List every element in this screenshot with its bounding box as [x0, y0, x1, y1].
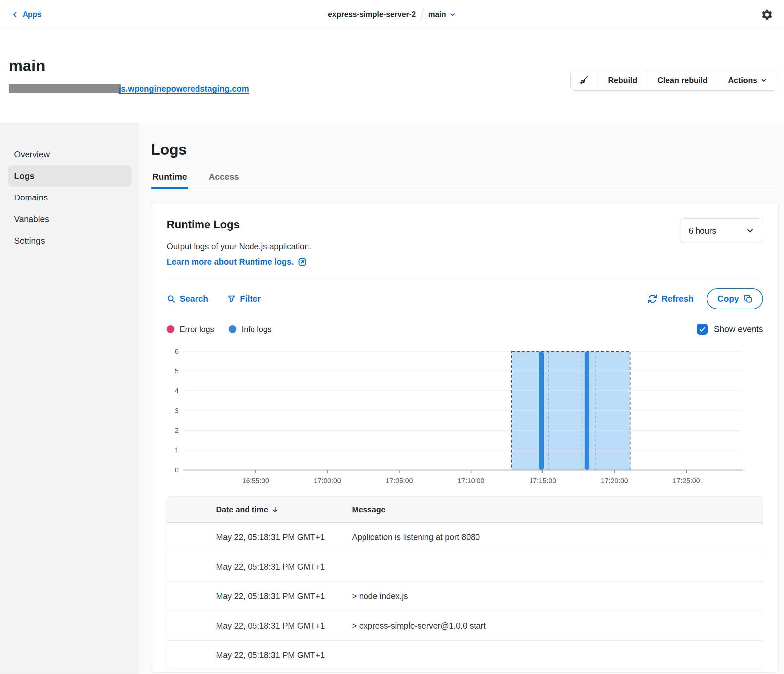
sort-down-icon — [271, 506, 279, 513]
log-datetime: May 22, 05:18:31 PM GMT+1 — [167, 562, 352, 571]
sidebar-item-logs[interactable]: Logs — [8, 165, 131, 187]
sidebar-item-domains[interactable]: Domains — [8, 187, 131, 208]
time-range-value: 6 hours — [689, 226, 716, 236]
check-icon — [699, 326, 706, 333]
info-logs-dot — [229, 325, 236, 333]
error-logs-dot — [166, 325, 174, 333]
log-message: > express-simple-server@1.0.0 start — [352, 621, 763, 630]
chevron-down-icon — [761, 77, 767, 84]
log-message: Application is listening at port 8080 — [352, 532, 763, 542]
environment-header: main js.wpenginepoweredstaging.com Rebui… — [0, 29, 784, 123]
rebuild-button[interactable]: Rebuild — [598, 70, 647, 90]
external-link-icon — [297, 257, 307, 267]
log-datetime: May 22, 05:18:31 PM GMT+1 — [167, 621, 352, 630]
svg-text:17:20:00: 17:20:00 — [601, 477, 628, 484]
show-events-checkbox[interactable] — [697, 324, 708, 335]
learn-more-label: Learn more about Runtime logs. — [166, 257, 294, 267]
show-events-label: Show events — [714, 324, 763, 334]
log-message: > node index.js — [352, 592, 763, 601]
runtime-logs-card: Runtime Logs Output logs of your Node.js… — [151, 202, 779, 672]
logs-page-title: Logs — [151, 141, 779, 159]
filter-button[interactable]: Filter — [227, 294, 261, 304]
svg-text:16:55:00: 16:55:00 — [242, 477, 269, 484]
copy-label: Copy — [717, 294, 739, 304]
svg-text:17:05:00: 17:05:00 — [386, 477, 413, 484]
redaction-box — [9, 84, 121, 93]
back-to-apps-link[interactable]: Apps — [11, 10, 42, 19]
gear-icon — [761, 8, 773, 21]
environment-name: main — [428, 10, 446, 19]
copy-button[interactable]: Copy — [707, 288, 763, 309]
legend-info-logs: Info logs — [229, 325, 272, 334]
breadcrumb-app-name: express-simple-server-2 — [328, 10, 416, 19]
clean-rebuild-button[interactable]: Clean rebuild — [647, 70, 718, 90]
environment-sidebar: Overview Logs Domains Variables Settings — [0, 123, 139, 674]
sidebar-item-variables[interactable]: Variables — [8, 209, 131, 230]
table-row: May 22, 05:18:31 PM GMT+1 Application is… — [167, 523, 763, 552]
search-button[interactable]: Search — [166, 294, 208, 304]
chevron-down-icon — [450, 11, 456, 18]
runtime-logs-table: Date and time Message May 22, 05:18:31 P… — [166, 497, 763, 670]
broom-icon — [579, 75, 589, 85]
actions-dropdown-button[interactable]: Actions — [718, 70, 777, 90]
svg-text:17:25:00: 17:25:00 — [673, 477, 700, 484]
card-description: Output logs of your Node.js application. — [166, 241, 311, 251]
sort-by-date-button[interactable]: Date and time — [216, 505, 279, 514]
svg-text:4: 4 — [175, 387, 179, 394]
tab-access[interactable]: Access — [207, 172, 240, 188]
back-label: Apps — [23, 10, 42, 19]
svg-text:17:10:00: 17:10:00 — [457, 477, 484, 484]
chevron-down-icon — [745, 226, 754, 235]
search-icon — [166, 294, 176, 303]
top-bar: Apps express-simple-server-2 main — [0, 0, 784, 29]
svg-text:0: 0 — [175, 466, 179, 473]
svg-text:1: 1 — [175, 446, 179, 454]
log-datetime: May 22, 05:18:31 PM GMT+1 — [167, 651, 352, 660]
card-title: Runtime Logs — [166, 218, 311, 231]
table-row: May 22, 05:18:31 PM GMT+1 — [167, 641, 763, 670]
search-label: Search — [180, 294, 208, 304]
actions-label: Actions — [728, 76, 757, 85]
log-datetime: May 22, 05:18:31 PM GMT+1 — [167, 532, 352, 542]
filter-label: Filter — [240, 294, 261, 304]
message-column-header: Message — [352, 505, 763, 514]
svg-text:3: 3 — [175, 406, 179, 414]
svg-text:17:15:00: 17:15:00 — [529, 477, 556, 484]
filter-icon — [227, 294, 236, 303]
sidebar-item-settings[interactable]: Settings — [8, 230, 131, 251]
svg-text:6: 6 — [175, 347, 179, 355]
error-logs-label: Error logs — [180, 325, 214, 334]
domain-visible-text: js.wpenginepoweredstaging.com — [119, 84, 249, 93]
svg-text:5: 5 — [175, 367, 179, 375]
logs-tabs: Runtime Access — [151, 172, 779, 189]
broom-button[interactable] — [571, 70, 598, 90]
environment-dropdown[interactable]: main — [428, 10, 456, 19]
chevron-left-icon — [11, 11, 19, 18]
environment-domain-link[interactable]: js.wpenginepoweredstaging.com — [9, 84, 249, 93]
table-row: May 22, 05:18:31 PM GMT+1 > express-simp… — [167, 611, 763, 641]
logs-frequency-chart[interactable]: 16:55:0017:00:0017:05:0017:10:0017:15:00… — [166, 345, 743, 487]
learn-more-link[interactable]: Learn more about Runtime logs. — [166, 257, 311, 267]
breadcrumb-separator — [420, 9, 424, 20]
legend-error-logs: Error logs — [166, 325, 214, 334]
refresh-label: Refresh — [661, 294, 694, 304]
svg-text:2: 2 — [175, 427, 179, 434]
tab-runtime[interactable]: Runtime — [151, 172, 188, 188]
controls-divider — [166, 279, 763, 279]
log-datetime: May 22, 05:18:31 PM GMT+1 — [167, 592, 352, 601]
environment-actions-group: Rebuild Clean rebuild Actions — [570, 70, 777, 91]
time-range-select[interactable]: 6 hours — [680, 218, 763, 243]
breadcrumb: express-simple-server-2 main — [328, 0, 456, 29]
table-row: May 22, 05:18:31 PM GMT+1 > node index.j… — [167, 582, 763, 611]
refresh-button[interactable]: Refresh — [648, 294, 694, 304]
date-column-header: Date and time — [216, 505, 268, 514]
table-row: May 22, 05:18:31 PM GMT+1 — [167, 552, 763, 582]
table-header-row: Date and time Message — [167, 497, 763, 523]
sidebar-item-overview[interactable]: Overview — [8, 144, 131, 165]
refresh-icon — [648, 294, 657, 304]
info-logs-label: Info logs — [241, 325, 272, 334]
svg-text:17:00:00: 17:00:00 — [314, 477, 341, 484]
copy-icon — [744, 294, 753, 303]
settings-gear-button[interactable] — [761, 8, 773, 21]
